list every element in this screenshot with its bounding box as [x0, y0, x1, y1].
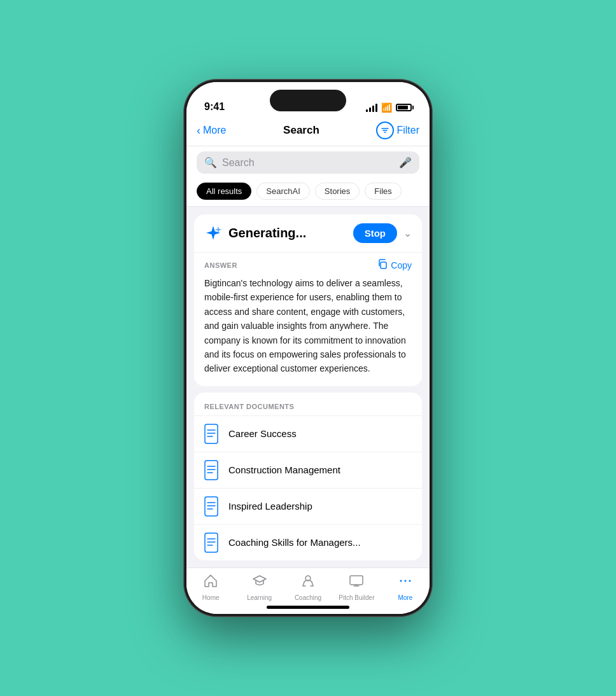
search-bar[interactable]: 🔍 Search 🎤: [197, 151, 419, 174]
battery-icon: [396, 104, 412, 111]
tab-home[interactable]: Home: [186, 573, 235, 601]
doc-item-4[interactable]: Coaching Skills for Managers...: [194, 524, 422, 560]
tab-more[interactable]: More: [381, 573, 430, 601]
search-input[interactable]: Search: [222, 157, 394, 169]
content-scroll: Generating... Stop ⌄ ANSWER: [186, 207, 430, 567]
tab-pitch-builder-label: Pitch Builder: [339, 594, 374, 601]
answer-text: Bigtincan's technology aims to deliver a…: [204, 276, 412, 376]
svg-point-10: [400, 580, 402, 582]
svg-rect-4: [205, 424, 218, 443]
search-icon: 🔍: [204, 157, 217, 169]
filter-label: Filter: [396, 125, 419, 136]
tab-stories[interactable]: Stories: [315, 183, 360, 200]
tab-coaching[interactable]: Coaching: [284, 573, 332, 601]
svg-rect-5: [205, 461, 218, 480]
mic-icon: 🎤: [399, 157, 412, 169]
search-bar-container: 🔍 Search 🎤: [186, 146, 430, 179]
back-label: More: [203, 125, 226, 136]
doc-item-2[interactable]: Construction Management: [194, 452, 422, 488]
doc-item-1[interactable]: Career Success: [194, 415, 422, 452]
tab-all-results[interactable]: All results: [197, 183, 251, 200]
generating-header: Generating... Stop ⌄: [194, 214, 422, 252]
status-time: 9:41: [204, 101, 225, 113]
tab-learning-label: Learning: [247, 594, 272, 601]
tab-home-label: Home: [202, 594, 220, 601]
svg-rect-3: [381, 262, 386, 268]
svg-rect-9: [350, 576, 363, 585]
relevant-docs-section: RELEVANT DOCUMENTS Career Success: [194, 393, 422, 560]
svg-rect-7: [205, 533, 218, 552]
answer-label: ANSWER: [204, 261, 237, 269]
docs-label: RELEVANT DOCUMENTS: [204, 403, 294, 410]
home-indicator: [267, 606, 349, 609]
filter-tabs: All results SearchAI Stories Files: [186, 179, 430, 207]
tab-searchai[interactable]: SearchAI: [256, 183, 309, 200]
svg-point-12: [409, 580, 410, 582]
learning-icon: [252, 573, 267, 592]
back-button[interactable]: ‹ More: [197, 124, 226, 137]
chevron-down-icon[interactable]: ⌄: [403, 227, 412, 239]
filter-button[interactable]: Filter: [376, 122, 419, 139]
doc-item-3[interactable]: Inspired Leadership: [194, 488, 422, 524]
doc-name-2: Construction Management: [228, 464, 340, 475]
ai-star-icon: [204, 225, 222, 242]
tab-files[interactable]: Files: [365, 183, 401, 200]
generating-text: Generating...: [228, 226, 306, 240]
doc-name-3: Inspired Leadership: [228, 501, 312, 512]
svg-point-11: [404, 580, 406, 582]
stop-button[interactable]: Stop: [353, 223, 397, 243]
tab-pitch-builder[interactable]: Pitch Builder: [332, 573, 381, 601]
generating-card: Generating... Stop ⌄ ANSWER: [194, 214, 422, 386]
nav-bar: ‹ More Search Filter: [186, 116, 430, 146]
wifi-icon: 📶: [381, 102, 392, 113]
copy-icon: [377, 259, 388, 271]
tab-coaching-label: Coaching: [295, 594, 321, 601]
home-icon: [203, 573, 218, 592]
signal-icon: [366, 104, 377, 112]
phone-screen: 9:41 📶 ‹ Mo: [186, 82, 430, 614]
generating-left: Generating...: [204, 225, 306, 242]
tab-more-label: More: [398, 594, 412, 601]
back-arrow-icon: ‹: [197, 124, 200, 137]
doc-file-icon-1: [204, 424, 221, 444]
answer-header: ANSWER Copy: [204, 253, 412, 276]
phone-wrapper: 9:41 📶 ‹ Mo: [174, 62, 442, 634]
doc-name-1: Career Success: [228, 428, 297, 439]
tab-learning[interactable]: Learning: [235, 573, 283, 601]
copy-button[interactable]: Copy: [377, 259, 412, 271]
filter-icon: [376, 122, 394, 139]
pitch-builder-icon: [349, 573, 364, 592]
dynamic-island: [270, 90, 346, 111]
docs-header: RELEVANT DOCUMENTS: [194, 393, 422, 415]
doc-file-icon-2: [204, 460, 221, 480]
more-icon: [398, 573, 413, 592]
doc-name-4: Coaching Skills for Managers...: [228, 537, 361, 548]
answer-section: ANSWER Copy Big: [194, 252, 422, 386]
svg-rect-6: [205, 497, 218, 516]
generating-right: Stop ⌄: [353, 223, 412, 243]
status-icons: 📶: [366, 102, 412, 113]
phone-frame: 9:41 📶 ‹ Mo: [184, 80, 432, 616]
nav-title: Search: [283, 124, 319, 137]
copy-label: Copy: [391, 260, 412, 270]
doc-file-icon-3: [204, 496, 221, 517]
doc-file-icon-4: [204, 532, 221, 553]
coaching-icon: [300, 573, 316, 592]
